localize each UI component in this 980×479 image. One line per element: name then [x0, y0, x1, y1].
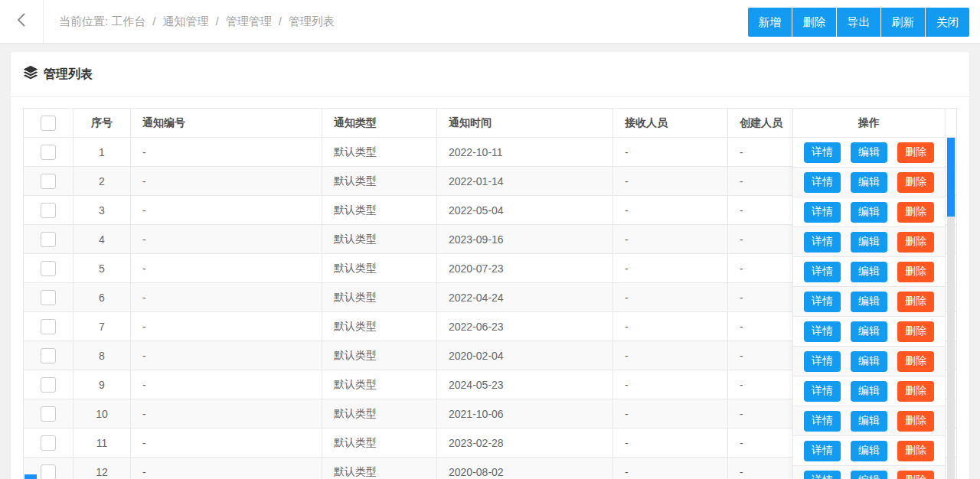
- edit-row-button[interactable]: 编辑: [851, 381, 887, 402]
- breadcrumb-item-0[interactable]: 工作台: [111, 15, 145, 28]
- panel-header: 管理列表: [11, 52, 969, 97]
- detail-row-button[interactable]: 详情: [804, 232, 841, 253]
- delete-row-button[interactable]: 删除: [897, 142, 934, 163]
- detail-row-button[interactable]: 详情: [804, 262, 841, 282]
- delete-row-button[interactable]: 删除: [897, 232, 934, 253]
- cell-notice-no: -: [131, 341, 322, 370]
- edit-row-button[interactable]: 编辑: [851, 411, 887, 432]
- row-checkbox[interactable]: [41, 203, 56, 218]
- delete-row-button[interactable]: 删除: [897, 441, 934, 461]
- delete-row-button[interactable]: 删除: [897, 321, 934, 342]
- cell-index: 5: [74, 254, 131, 283]
- row-checkbox[interactable]: [41, 145, 56, 160]
- row-checkbox[interactable]: [41, 464, 56, 479]
- delete-row-button[interactable]: 删除: [897, 262, 934, 282]
- detail-row-button[interactable]: 详情: [804, 292, 841, 312]
- delete-row-button[interactable]: 删除: [897, 172, 934, 193]
- delete-row-button[interactable]: 删除: [897, 471, 934, 479]
- delete-row-button[interactable]: 删除: [897, 381, 934, 402]
- actions-fixed-column: 操作 详情编辑删除详情编辑删除详情编辑删除详情编辑删除详情编辑删除详情编辑删除详…: [792, 108, 946, 479]
- cell-notice-time: 2022-01-14: [437, 167, 613, 196]
- delete-row-button[interactable]: 删除: [897, 411, 934, 432]
- edit-row-button[interactable]: 编辑: [851, 441, 887, 461]
- delete-button[interactable]: 删除: [792, 8, 836, 37]
- edit-row-button[interactable]: 编辑: [851, 202, 887, 223]
- breadcrumb-separator: /: [152, 15, 155, 28]
- stack-icon: [24, 66, 38, 83]
- actions-row: 详情编辑删除: [793, 168, 945, 197]
- detail-row-button[interactable]: 详情: [804, 321, 841, 342]
- cell-notice-time: 2021-10-06: [437, 399, 613, 428]
- cell-checkbox: [24, 341, 74, 370]
- refresh-button[interactable]: 刷新: [881, 8, 925, 37]
- detail-row-button[interactable]: 详情: [804, 351, 841, 372]
- actions-row: 详情编辑删除: [793, 227, 945, 257]
- vertical-scrollbar-track: [947, 138, 955, 479]
- row-checkbox[interactable]: [41, 435, 56, 451]
- edit-row-button[interactable]: 编辑: [851, 142, 887, 163]
- column-header-notice_no: 通知编号: [131, 109, 322, 138]
- cell-notice-time: 2023-02-28: [437, 428, 613, 458]
- row-checkbox[interactable]: [41, 348, 56, 363]
- delete-row-button[interactable]: 删除: [897, 202, 934, 223]
- detail-row-button[interactable]: 详情: [804, 441, 841, 461]
- cell-notice-time: 2022-04-24: [437, 283, 613, 312]
- top-bar: 当前位置: 工作台/通知管理/管理管理/管理列表 新增删除导出刷新关闭: [0, 0, 980, 44]
- edit-row-button[interactable]: 编辑: [851, 292, 887, 312]
- edit-row-button[interactable]: 编辑: [851, 172, 887, 193]
- breadcrumb-item-1[interactable]: 通知管理: [163, 15, 209, 28]
- detail-row-button[interactable]: 详情: [804, 142, 841, 163]
- detail-row-button[interactable]: 详情: [804, 411, 841, 432]
- list-panel: 管理列表 序号通知编号通知类型通知时间接收人员创建人员 1-默认类型2022-1…: [11, 52, 969, 479]
- cell-receiver: -: [613, 196, 728, 225]
- detail-row-button[interactable]: 详情: [804, 381, 841, 402]
- cell-receiver: -: [613, 458, 728, 479]
- edit-row-button[interactable]: 编辑: [851, 351, 887, 372]
- column-header-notice_type: 通知类型: [322, 109, 437, 138]
- row-checkbox[interactable]: [41, 319, 56, 334]
- cell-notice-type: 默认类型: [322, 225, 437, 254]
- actions-row: 详情编辑删除: [793, 317, 945, 347]
- edit-row-button[interactable]: 编辑: [851, 321, 887, 342]
- actions-column-header: 操作: [793, 108, 945, 138]
- detail-row-button[interactable]: 详情: [804, 202, 841, 223]
- detail-row-button[interactable]: 详情: [804, 471, 841, 479]
- vertical-scrollbar-thumb[interactable]: [947, 138, 955, 217]
- column-header-notice_time: 通知时间: [437, 109, 613, 138]
- delete-row-button[interactable]: 删除: [897, 292, 934, 312]
- cell-notice-no: -: [131, 458, 322, 479]
- actions-row: 详情编辑删除: [793, 466, 945, 479]
- detail-row-button[interactable]: 详情: [804, 172, 841, 193]
- breadcrumb-item-3[interactable]: 管理列表: [289, 15, 335, 28]
- select-all-checkbox[interactable]: [41, 116, 56, 131]
- cell-index: 12: [74, 458, 131, 479]
- cell-notice-type: 默认类型: [322, 341, 437, 370]
- cell-receiver: -: [613, 138, 728, 167]
- back-button[interactable]: [0, 0, 44, 43]
- actions-row: 详情编辑删除: [793, 376, 945, 406]
- edit-row-button[interactable]: 编辑: [851, 262, 887, 282]
- cell-checkbox: [24, 283, 74, 312]
- add-button[interactable]: 新增: [748, 8, 792, 37]
- actions-row: 详情编辑删除: [793, 406, 945, 436]
- cell-notice-time: 2024-05-23: [437, 370, 613, 399]
- row-checkbox[interactable]: [41, 174, 56, 189]
- row-checkbox[interactable]: [41, 406, 56, 422]
- row-checkbox[interactable]: [41, 232, 56, 247]
- horizontal-scrollbar-thumb[interactable]: [24, 474, 37, 479]
- row-checkbox[interactable]: [41, 290, 56, 305]
- cell-index: 11: [74, 428, 131, 458]
- breadcrumb-item-2[interactable]: 管理管理: [226, 15, 272, 28]
- edit-row-button[interactable]: 编辑: [851, 232, 887, 253]
- row-checkbox[interactable]: [41, 261, 56, 276]
- edit-row-button[interactable]: 编辑: [851, 471, 887, 479]
- column-header-receiver: 接收人员: [613, 109, 728, 138]
- cell-notice-type: 默认类型: [322, 428, 437, 458]
- cell-checkbox: [24, 399, 74, 428]
- close-button[interactable]: 关闭: [926, 8, 969, 37]
- cell-checkbox: [24, 312, 74, 341]
- cell-notice-type: 默认类型: [322, 370, 437, 399]
- row-checkbox[interactable]: [41, 377, 56, 393]
- delete-row-button[interactable]: 删除: [897, 351, 934, 372]
- export-button[interactable]: 导出: [837, 8, 880, 37]
